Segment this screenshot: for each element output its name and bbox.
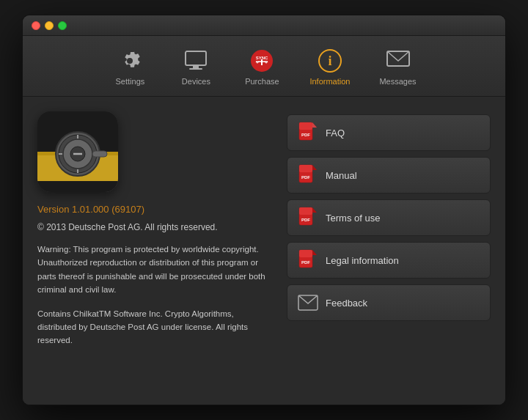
content-area: Version 1.01.000 (69107) © 2013 Deutsche…	[23, 97, 505, 405]
messages-label: Messages	[379, 77, 416, 86]
svg-text:PDF: PDF	[301, 133, 310, 137]
terms-pdf-icon: PDF	[298, 207, 318, 228]
manual-button[interactable]: PDF Manual	[287, 157, 491, 194]
legal-label: Legal information	[326, 255, 399, 266]
title-bar	[23, 15, 505, 36]
svg-rect-5	[261, 59, 263, 65]
toolbar-item-information[interactable]: i Information	[295, 43, 364, 90]
feedback-mail-icon	[298, 292, 318, 313]
faq-label: FAQ	[326, 128, 345, 139]
terms-button[interactable]: PDF Terms of use	[287, 199, 491, 236]
svg-rect-0	[186, 51, 206, 65]
toolbar-item-purchase[interactable]: SYNC Purchase	[229, 43, 295, 90]
messages-icon	[385, 48, 411, 74]
main-window: Settings Devices SYNC	[22, 15, 506, 405]
right-panel: PDF FAQ PDF Manual	[287, 111, 491, 390]
svg-rect-24	[299, 122, 312, 130]
svg-text:i: i	[328, 54, 331, 68]
toolbar: Settings Devices SYNC	[23, 36, 505, 97]
faq-pdf-icon: PDF	[298, 122, 318, 143]
svg-rect-2	[189, 68, 202, 70]
legal-button[interactable]: PDF Legal information	[287, 242, 491, 279]
devices-label: Devices	[182, 77, 210, 86]
information-label: Information	[309, 77, 350, 86]
close-button[interactable]	[32, 21, 40, 30]
settings-label: Settings	[116, 77, 145, 86]
svg-text:PDF: PDF	[301, 260, 310, 265]
app-icon-container	[37, 111, 272, 192]
version-text: Version 1.01.000 (69107)	[37, 204, 272, 215]
svg-text:PDF: PDF	[301, 175, 310, 180]
feedback-label: Feedback	[326, 298, 367, 309]
svg-text:PDF: PDF	[301, 218, 310, 222]
purchase-label: Purchase	[245, 77, 279, 86]
warning-text: Warning: This program is protected by wo…	[37, 243, 272, 297]
svg-marker-39	[312, 250, 317, 255]
manual-pdf-icon: PDF	[298, 165, 318, 185]
manual-label: Manual	[326, 170, 357, 181]
purchase-icon: SYNC	[249, 48, 275, 74]
app-icon	[37, 111, 118, 192]
toolbar-item-messages[interactable]: Messages	[364, 43, 430, 90]
maximize-button[interactable]	[58, 21, 67, 30]
left-panel: Version 1.01.000 (69107) © 2013 Deutsche…	[37, 111, 272, 390]
svg-marker-27	[312, 122, 317, 128]
copyright-text: © 2013 Deutsche Post AG. All rights rese…	[37, 221, 272, 234]
svg-marker-31	[312, 165, 317, 170]
svg-rect-1	[193, 65, 199, 68]
toolbar-item-settings[interactable]: Settings	[97, 43, 163, 90]
svg-marker-35	[312, 207, 317, 213]
minimize-button[interactable]	[45, 21, 54, 30]
traffic-lights	[32, 21, 67, 30]
svg-rect-33	[299, 207, 312, 215]
feedback-button[interactable]: Feedback	[287, 284, 491, 321]
svg-rect-21	[92, 151, 107, 157]
terms-label: Terms of use	[326, 213, 380, 224]
faq-button[interactable]: PDF FAQ	[287, 114, 491, 151]
svg-rect-37	[299, 250, 312, 257]
contains-text: Contains ChilkatTM Software Inc. Crypto …	[37, 307, 272, 347]
settings-icon	[117, 48, 143, 74]
information-icon: i	[317, 48, 343, 74]
devices-icon	[183, 48, 209, 74]
legal-pdf-icon: PDF	[298, 250, 318, 270]
toolbar-item-devices[interactable]: Devices	[163, 43, 229, 90]
svg-rect-29	[299, 165, 312, 172]
